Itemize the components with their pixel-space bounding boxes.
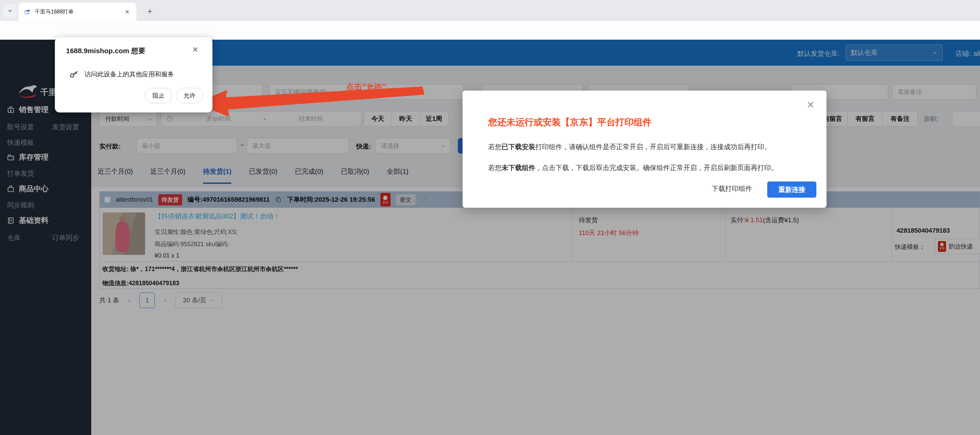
browser-tab[interactable]: 千里马1688打单 ✕ (19, 3, 136, 21)
modal-line-1: 若您已下载安装打印组件，请确认组件是否正常开启，开启后可重新连接，连接成功后再打… (488, 142, 771, 151)
allow-button[interactable]: 允许 (176, 88, 203, 104)
print-plugin-modal: ✕ 您还未运行或安装【京东】平台打印组件 若您已下载安装打印组件，请确认组件是否… (463, 91, 826, 208)
tab-title: 千里马1688打单 (35, 8, 123, 16)
tab-close-icon[interactable]: ✕ (123, 8, 132, 16)
reconnect-button[interactable]: 重新连接 (767, 182, 816, 198)
permission-title: 1688.9mishop.com 想要 (66, 46, 145, 56)
permission-message: 访问此设备上的其他应用和服务 (84, 70, 174, 79)
click-allow-annotation: 点击"允许" (346, 81, 386, 92)
screen: 千里马1688打单 ✕ + https://1688.9mishop.com/T… (0, 0, 980, 435)
new-tab-button[interactable]: + (144, 5, 156, 17)
modal-close-icon[interactable]: ✕ (807, 99, 815, 110)
key-icon (69, 69, 78, 78)
chevron-down-icon (7, 8, 13, 13)
browser-tab-strip: 千里马1688打单 ✕ + (0, 0, 980, 21)
browser-toolbar: https://1688.9mishop.com/TradePrint (0, 21, 980, 40)
block-button[interactable]: 阻止 (145, 88, 172, 104)
permission-dialog: 1688.9mishop.com 想要 ✕ 访问此设备上的其他应用和服务 阻止 … (55, 37, 212, 112)
download-plugin-button[interactable]: 下载打印组件 (712, 184, 752, 193)
modal-title: 您还未运行或安装【京东】平台打印组件 (488, 116, 652, 128)
modal-line-2: 若您未下载组件，点击下载，下载后双击完成安装。确保组件正常开启，开启后刷新页面再… (488, 163, 778, 172)
favicon-horse-icon (23, 8, 31, 15)
permission-close-icon[interactable]: ✕ (192, 45, 198, 54)
tab-search-button[interactable] (3, 4, 17, 18)
